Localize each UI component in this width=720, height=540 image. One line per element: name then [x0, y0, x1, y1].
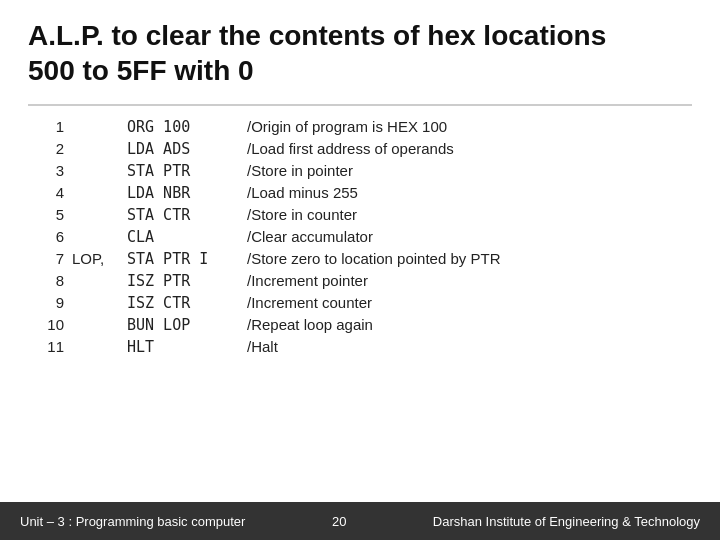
table-row: 8ISZ PTR/Increment pointer	[28, 270, 692, 292]
row-instruction: STA CTR	[123, 204, 243, 226]
code-table: 1ORG 100/Origin of program is HEX 1002LD…	[28, 116, 692, 358]
row-instruction: BUN LOP	[123, 314, 243, 336]
footer-left: Unit – 3 : Programming basic computer	[20, 514, 245, 529]
row-comment: /Repeat loop again	[243, 314, 692, 336]
row-label	[68, 182, 123, 204]
row-comment: /Halt	[243, 336, 692, 358]
row-instruction: CLA	[123, 226, 243, 248]
row-label	[68, 292, 123, 314]
row-comment: /Increment pointer	[243, 270, 692, 292]
row-number: 2	[28, 138, 68, 160]
row-label	[68, 270, 123, 292]
row-number: 9	[28, 292, 68, 314]
row-comment: /Origin of program is HEX 100	[243, 116, 692, 138]
title-line2: 500 to 5FF with 0	[28, 55, 254, 86]
row-label	[68, 314, 123, 336]
row-number: 5	[28, 204, 68, 226]
row-comment: /Increment counter	[243, 292, 692, 314]
row-number: 6	[28, 226, 68, 248]
row-comment: /Store in counter	[243, 204, 692, 226]
row-comment: /Store in pointer	[243, 160, 692, 182]
row-instruction: ORG 100	[123, 116, 243, 138]
footer: Unit – 3 : Programming basic computer 20…	[0, 502, 720, 540]
row-instruction: STA PTR	[123, 160, 243, 182]
table-row: 5STA CTR/Store in counter	[28, 204, 692, 226]
row-comment: /Load minus 255	[243, 182, 692, 204]
footer-page-number: 20	[332, 514, 346, 529]
row-instruction: STA PTR I	[123, 248, 243, 270]
table-row: 4LDA NBR/Load minus 255	[28, 182, 692, 204]
row-comment: /Store zero to location pointed by PTR	[243, 248, 692, 270]
row-number: 1	[28, 116, 68, 138]
page-title: A.L.P. to clear the contents of hex loca…	[28, 18, 692, 88]
table-row: 1ORG 100/Origin of program is HEX 100	[28, 116, 692, 138]
row-number: 7	[28, 248, 68, 270]
row-label	[68, 204, 123, 226]
table-row: 2LDA ADS/Load first address of operands	[28, 138, 692, 160]
row-instruction: ISZ PTR	[123, 270, 243, 292]
row-instruction: ISZ CTR	[123, 292, 243, 314]
row-number: 3	[28, 160, 68, 182]
row-label	[68, 336, 123, 358]
row-instruction: LDA NBR	[123, 182, 243, 204]
table-row: 9ISZ CTR/Increment counter	[28, 292, 692, 314]
row-label	[68, 160, 123, 182]
row-number: 10	[28, 314, 68, 336]
footer-right: Darshan Institute of Engineering & Techn…	[433, 514, 700, 529]
row-comment: /Clear accumulator	[243, 226, 692, 248]
table-row: 3STA PTR/Store in pointer	[28, 160, 692, 182]
row-label: LOP,	[68, 248, 123, 270]
row-instruction: HLT	[123, 336, 243, 358]
row-instruction: LDA ADS	[123, 138, 243, 160]
row-label	[68, 138, 123, 160]
table-row: 7LOP,STA PTR I/Store zero to location po…	[28, 248, 692, 270]
row-label	[68, 116, 123, 138]
row-number: 11	[28, 336, 68, 358]
row-number: 4	[28, 182, 68, 204]
row-number: 8	[28, 270, 68, 292]
main-content: A.L.P. to clear the contents of hex loca…	[0, 0, 720, 368]
row-comment: /Load first address of operands	[243, 138, 692, 160]
table-row: 10BUN LOP/Repeat loop again	[28, 314, 692, 336]
table-row: 6CLA/Clear accumulator	[28, 226, 692, 248]
title-divider	[28, 104, 692, 106]
title-line1: A.L.P. to clear the contents of hex loca…	[28, 20, 606, 51]
table-row: 11HLT/Halt	[28, 336, 692, 358]
row-label	[68, 226, 123, 248]
